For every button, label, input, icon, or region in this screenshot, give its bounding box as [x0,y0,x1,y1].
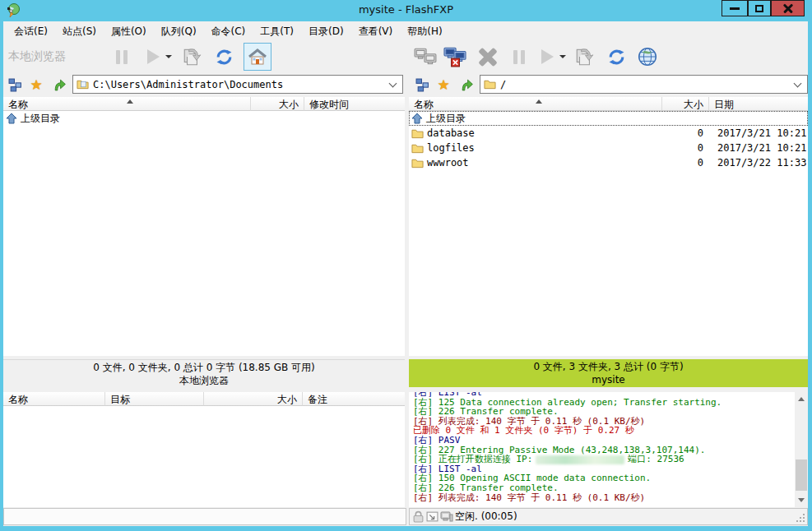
chevron-down-icon[interactable] [389,79,397,87]
folder-icon [484,79,496,90]
remote-transfer-queue-button[interactable] [572,44,598,70]
log-panel[interactable]: [右] LIST -al [右] 125 Data connection alr… [409,392,795,507]
local-browser-label: 本地浏览器 [8,49,66,64]
local-column-date[interactable]: 修改时间 [304,97,405,111]
file-name: database [427,127,475,139]
local-column-name[interactable]: 名称 [3,97,251,111]
log-line: [右] PASV [413,436,795,446]
queue-column-size[interactable]: 大小 [204,392,303,406]
window-border-right [808,21,812,531]
menu-bar: 会话(E) 站点(S) 属性(O) 队列(Q) 命令(C) 工具(T) 目录(D… [3,21,808,41]
local-up-level-icon[interactable] [51,76,67,93]
parent-dir-label: 上级目录 [21,112,60,126]
local-home-button[interactable] [244,43,271,71]
queue-column-target[interactable]: 目标 [105,392,204,406]
local-parent-dir-row[interactable]: 上级目录 [3,111,405,126]
local-pause-button[interactable] [109,44,135,70]
close-icon [782,2,794,14]
local-refresh-button[interactable] [211,44,237,70]
remote-path-value: / [500,79,795,90]
disconnect-icon [443,46,467,67]
remote-start-dropdown[interactable] [557,44,568,70]
log-line-with-redaction: [右] 正在打开数据连接 IP:端口: 27536 [413,455,795,464]
remote-pause-button[interactable] [506,44,532,70]
chevron-down-icon[interactable] [794,79,802,87]
menu-options[interactable]: 属性(O) [104,22,154,41]
up-dir-icon [6,113,17,124]
local-list-header: 名称 大小 修改时间 [3,97,405,111]
transfer-mode-icon [426,511,438,522]
scroll-down-button[interactable] [795,493,808,507]
folder-icon [411,158,424,169]
remote-column-date[interactable]: 日期 [709,97,808,111]
refresh-icon [214,47,234,67]
remote-row-database[interactable]: database 0 2017/3/21 10:21 [409,126,808,141]
file-name: logfiles [427,142,475,154]
local-transfer-queue-button[interactable] [179,44,206,70]
menu-directory[interactable]: 目录(D) [301,22,351,41]
menu-help[interactable]: 帮助(H) [400,22,449,41]
close-button[interactable] [771,0,805,16]
pause-icon [513,50,517,64]
local-start-dropdown[interactable] [163,44,174,70]
remote-status-panel: 0 文件, 3 文件夹, 3 总计 (0 字节) mysite [409,359,808,387]
parent-dir-label: 上级目录 [426,112,466,126]
remote-path-combobox[interactable]: / [480,75,808,94]
remote-tree-icon[interactable] [414,76,430,93]
maximize-icon [755,5,763,12]
log-scrollbar[interactable] [795,392,808,507]
remote-refresh-button[interactable] [603,44,629,70]
minimize-icon [730,7,740,10]
remote-status-counts: 0 文件, 3 文件夹, 3 总计 (0 字节) [409,360,808,373]
play-icon [147,49,160,64]
remote-up-level-icon[interactable] [458,76,475,93]
local-column-size[interactable]: 大小 [251,97,304,111]
remote-column-name[interactable]: 名称 [409,97,662,111]
local-path-combobox[interactable]: C:\Users\Administrator\Documents [72,75,403,94]
file-date: 2017/3/21 10:21 [717,142,806,154]
local-path-value: C:\Users\Administrator\Documents [93,79,390,90]
chevron-down-icon [165,55,172,58]
status-panel-left [3,508,406,525]
remote-disconnect-button[interactable] [442,44,468,70]
remote-parent-dir-row[interactable]: 上级目录 [409,111,808,126]
globe-icon [637,46,658,67]
transfer-queue-icon [182,46,203,67]
menu-view[interactable]: 查看(V) [351,22,401,41]
queue-column-note[interactable]: 备注 [303,392,405,406]
local-favorites-icon[interactable]: ★ [28,76,44,93]
scrollbar-thumb[interactable] [796,459,807,491]
remote-row-logfiles[interactable]: logfiles 0 2017/3/21 10:21 [409,141,808,155]
sort-asc-icon [536,99,542,104]
menu-queue[interactable]: 队列(Q) [154,22,204,41]
remote-connect-button[interactable] [412,44,438,70]
remote-row-wwwroot[interactable]: wwwroot 0 2017/3/22 11:33 [409,155,808,170]
remote-column-size[interactable]: 大小 [662,97,709,111]
resize-grip[interactable] [795,512,805,523]
folder-icon [411,143,424,154]
menu-tools[interactable]: 工具(T) [253,22,301,41]
window-border-bottom [0,526,812,531]
window-title: mysite - FlashFXP [0,3,812,16]
remote-favorites-icon[interactable]: ★ [435,76,452,93]
local-tree-icon[interactable] [7,76,23,93]
menu-sites[interactable]: 站点(S) [55,22,104,41]
home-icon [248,48,267,66]
sort-asc-icon [127,99,133,104]
file-date: 2017/3/22 11:33 [717,157,806,169]
connect-icon [414,47,437,67]
folder-icon [411,128,424,139]
minimize-button[interactable] [722,0,748,16]
queue-list[interactable] [3,406,405,507]
menu-session[interactable]: 会话(E) [7,22,55,41]
scroll-up-button[interactable] [795,392,808,406]
remote-site-browser-button[interactable] [634,44,661,70]
scroll-down-icon [798,498,805,502]
toolbar: 本地浏览器 [3,41,808,72]
menu-commands[interactable]: 命令(C) [204,22,253,41]
maximize-button[interactable] [748,0,771,16]
idle-status-text: 空闲. (00:05) [455,510,517,524]
remote-list-header: 名称 大小 日期 [409,97,808,111]
remote-abort-button[interactable] [475,44,501,70]
queue-column-name[interactable]: 名称 [3,392,105,406]
